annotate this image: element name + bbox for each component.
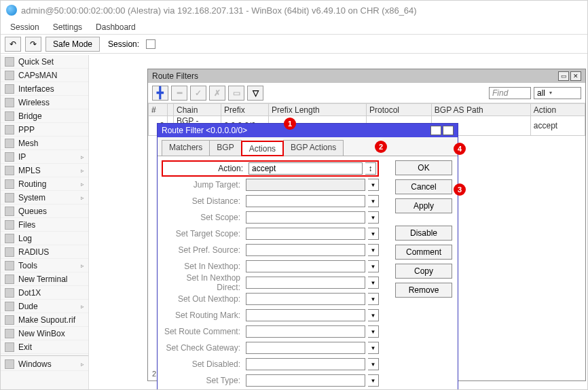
sidebar-item-dude[interactable]: Dude▹ [1,300,88,313]
field-input[interactable] [246,374,365,387]
menu-settings[interactable]: Settings [48,21,88,33]
add-button[interactable]: ╋ [152,86,168,101]
comment-button[interactable]: ▭ [228,86,244,101]
field-input[interactable]: accept [249,162,363,175]
close-icon[interactable]: ✕ [443,126,454,135]
dropdown-icon[interactable]: ▼ [368,293,379,305]
menu-session[interactable]: Session [5,21,45,33]
sidebar-item-log[interactable]: Log [1,232,88,245]
column-header[interactable]: Action [530,104,585,116]
field-input[interactable] [246,277,365,289]
dropdown-icon[interactable]: ▼ [368,228,379,240]
dropdown-icon[interactable]: ▼ [368,277,379,289]
safe-mode-button[interactable]: Safe Mode [45,37,100,52]
field-input[interactable] [246,342,365,354]
sidebar-item-dot1x[interactable]: Dot1X [1,286,88,300]
remove-button[interactable]: ━ [171,86,187,101]
field-input[interactable] [246,325,365,338]
dropdown-icon[interactable]: ▼ [368,374,379,387]
copy-button[interactable]: Copy [395,264,452,279]
app-toolbar: ↶ ↷ Safe Mode Session: [1,35,587,54]
tab-actions[interactable]: Actions [241,141,284,156]
dropdown-icon[interactable]: ▼ [368,325,379,338]
dropdown-icon[interactable]: ▼ [368,211,379,224]
dropdown-icon[interactable]: ▼ [368,309,379,321]
dropdown-icon[interactable]: ▼ [368,244,379,256]
column-header[interactable]: # [149,104,168,116]
sidebar: Quick SetCAPsMANInterfacesWirelessBridge… [1,55,89,389]
sidebar-item-make-supout-rif[interactable]: Make Supout.rif [1,313,88,327]
sidebar-item-exit[interactable]: Exit [1,340,88,354]
sidebar-item-routing[interactable]: Routing▹ [1,177,88,191]
dropdown-icon[interactable]: ▼ [368,358,379,370]
field-input[interactable] [246,358,365,370]
redo-button[interactable]: ↷ [25,37,41,52]
minimize-icon[interactable]: ▭ [430,126,441,135]
tab-bgp[interactable]: BGP [209,140,241,156]
field-input[interactable] [246,228,365,240]
field-input[interactable] [246,309,365,321]
enable-button[interactable]: ✓ [190,86,206,101]
dialog-titlebar[interactable]: Route Filter <0.0.0.0/0> ▭ ✕ [158,124,458,137]
column-header[interactable]: Prefix Length [269,104,367,116]
column-header[interactable]: Chain [174,104,221,116]
sidebar-item-windows[interactable]: Windows▹ [1,357,88,371]
dropdown-icon[interactable]: ▼ [368,342,379,354]
filters-titlebar[interactable]: Route Filters ▭ ✕ [148,69,585,83]
column-header[interactable]: Prefix [221,104,269,116]
field-input[interactable] [246,260,365,272]
remove-button[interactable]: Remove [395,283,452,298]
dropdown-icon[interactable]: ▼ [368,260,379,272]
sidebar-item-ip[interactable]: IP▹ [1,150,88,164]
chevron-right-icon: ▹ [81,194,84,201]
sidebar-item-mesh[interactable]: Mesh [1,137,88,150]
sidebar-item-label: Mesh [18,139,38,148]
field-input[interactable] [246,195,365,207]
tab-bgp-actions[interactable]: BGP Actions [283,140,344,156]
filter-select[interactable]: all [534,87,581,99]
menu-dashboard[interactable]: Dashboard [90,21,141,33]
sidebar-item-queues[interactable]: Queues [1,205,88,218]
sidebar-item-files[interactable]: Files [1,218,88,232]
column-header[interactable] [168,104,174,116]
filter-icon[interactable]: ▽ [247,86,263,101]
undo-button[interactable]: ↶ [5,37,21,52]
sidebar-item-bridge[interactable]: Bridge [1,109,88,123]
close-icon[interactable]: ✕ [570,71,581,81]
sidebar-item-ppp[interactable]: PPP [1,123,88,137]
sidebar-item-label: Dot1X [18,288,41,298]
sidebar-item-interfaces[interactable]: Interfaces [1,82,88,96]
sidebar-item-system[interactable]: System▹ [1,191,88,205]
sidebar-item-quick-set[interactable]: Quick Set [1,55,88,69]
dropdown-icon[interactable]: ▼ [368,195,379,207]
dropdown-icon[interactable]: ↕ [365,162,376,175]
menu-icon [5,125,14,135]
field-input[interactable] [246,293,365,305]
session-checkbox[interactable] [146,39,155,49]
dialog-tabs: Matchers BGP Actions BGP Actions [158,137,458,156]
find-input[interactable]: Find [489,87,531,99]
sidebar-item-tools[interactable]: Tools▹ [1,259,88,272]
field-row: Set Routing Mark:▼ [162,307,379,323]
ok-button[interactable]: OK [395,160,452,175]
tab-matchers[interactable]: Matchers [162,140,210,156]
cancel-button[interactable]: Cancel [395,179,452,194]
sidebar-item-radius[interactable]: RADIUS [1,245,88,259]
column-header[interactable]: BGP AS Path [431,104,530,116]
workspace: Quick SetCAPsMANInterfacesWirelessBridge… [1,55,587,389]
sidebar-item-new-terminal[interactable]: New Terminal [1,272,88,286]
comment-button[interactable]: Comment [395,245,452,260]
sidebar-item-mpls[interactable]: MPLS▹ [1,164,88,177]
field-input[interactable] [246,211,365,224]
dropdown-icon[interactable]: ▼ [368,179,379,191]
sidebar-item-wireless[interactable]: Wireless [1,96,88,109]
field-input[interactable] [246,244,365,256]
field-input[interactable] [246,179,365,191]
disable-button[interactable]: ✗ [209,86,225,101]
sidebar-item-new-winbox[interactable]: New WinBox [1,327,88,340]
sidebar-item-capsman[interactable]: CAPsMAN [1,69,88,82]
apply-button[interactable]: Apply [395,198,452,213]
disable-button[interactable]: Disable [395,226,452,241]
minimize-icon[interactable]: ▭ [558,71,569,81]
column-header[interactable]: Protocol [367,104,432,116]
